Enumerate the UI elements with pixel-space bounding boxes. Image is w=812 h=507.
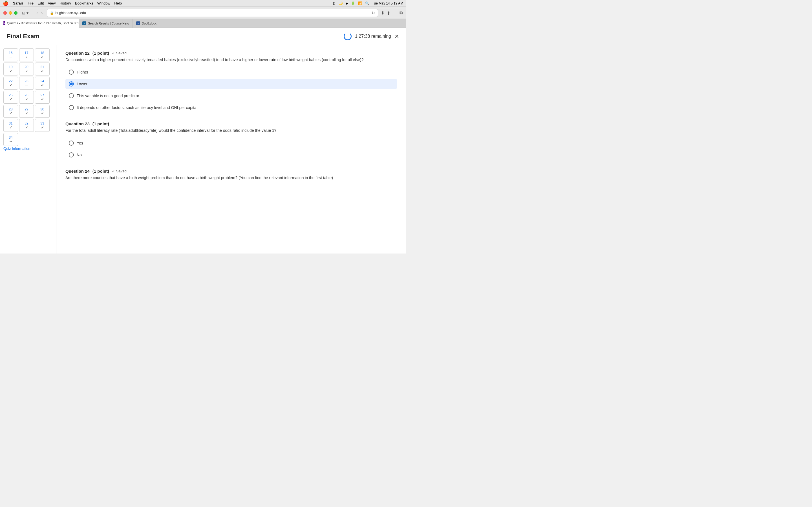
q-item-24[interactable]: 24 ✓	[35, 76, 50, 90]
q-item-34[interactable]: 34 --	[3, 133, 18, 146]
app-name[interactable]: Safari	[13, 1, 23, 5]
q22-radio-notpredictor[interactable]	[69, 93, 74, 98]
q-item-16[interactable]: 16 --	[3, 48, 18, 61]
nyu-favicon: N	[3, 21, 5, 25]
q22-points: (1 point)	[93, 51, 109, 55]
q-item-20[interactable]: 20 ✓	[19, 62, 34, 75]
menu-history[interactable]: History	[59, 1, 71, 5]
q-item-22[interactable]: 22 ✓	[3, 76, 18, 90]
q-item-32[interactable]: 32 ✓	[19, 119, 34, 132]
q22-option-notpredictor[interactable]: This variable is not a good predictor	[65, 91, 397, 101]
ch-favicon: ✶	[82, 21, 86, 25]
toolbar-right: ⬇ ⬆ ＋ ⧉	[381, 10, 403, 16]
menu-help[interactable]: Help	[114, 1, 122, 5]
q-item-23[interactable]: 23 --	[19, 76, 34, 90]
url-text: brightspace.nyu.edu	[56, 11, 86, 15]
q22-radio-lower[interactable]	[69, 81, 74, 87]
q-item-28[interactable]: 28 ✓	[3, 105, 18, 118]
search-icon[interactable]: 🔍	[365, 1, 369, 5]
tab-doc-label: Doc8.docx	[142, 22, 156, 25]
q23-radio-no[interactable]	[69, 152, 74, 158]
traffic-lights	[3, 11, 17, 15]
menu-bookmarks[interactable]: Bookmarks	[75, 1, 93, 5]
close-window-button[interactable]	[3, 11, 7, 15]
exam-header: Final Exam 1:27:38 remaining ✕	[0, 28, 406, 45]
q-item-25[interactable]: 25 ✓	[3, 91, 18, 104]
clock: Tue May 14 5:19 AM	[372, 1, 403, 5]
q-item-30[interactable]: 30 ✓	[35, 105, 50, 118]
q-item-27[interactable]: 27 ✓	[35, 91, 50, 104]
menu-bar-right: 🎛 🌙 ▶ 🔋 📶 🔍 Tue May 14 5:19 AM	[333, 1, 403, 5]
q-item-21[interactable]: 21 ✓	[35, 62, 50, 75]
question-23-title: Question 23 (1 point)	[65, 121, 397, 126]
menu-edit[interactable]: Edit	[38, 1, 44, 5]
page-content: Final Exam 1:27:38 remaining ✕ 16 --	[0, 28, 406, 253]
menu-window[interactable]: Window	[97, 1, 110, 5]
dnd-icon[interactable]: 🌙	[339, 1, 343, 5]
question-grid: 16 -- 17 ✓ 18 ✓	[3, 48, 53, 146]
q24-text: Are there more counties that have a birt…	[65, 175, 397, 181]
menu-view[interactable]: View	[48, 1, 56, 5]
reload-button[interactable]: ↻	[371, 11, 375, 15]
control-center-icon[interactable]: 🎛	[333, 1, 336, 5]
q23-options: Yes No	[65, 138, 397, 160]
close-exam-button[interactable]: ✕	[395, 33, 399, 40]
questions-area: Question 22 (1 point) ✓ Saved Do countri…	[56, 45, 406, 253]
now-playing-icon[interactable]: ▶	[346, 1, 348, 5]
q-item-29[interactable]: 29 ✓	[19, 105, 34, 118]
q-row-6: 31 ✓ 32 ✓ 33 ✓	[3, 119, 53, 132]
q-row-3: 22 ✓ 23 -- 24 ✓	[3, 76, 53, 90]
tab-ch-label: Search Results | Course Hero	[88, 22, 129, 25]
q22-text: Do countries with a higher percent exclu…	[65, 57, 397, 63]
tabs-overview-button[interactable]: ⧉	[400, 10, 403, 15]
q22-option-higher[interactable]: Higher	[65, 67, 397, 77]
timer-spinner	[344, 33, 352, 40]
question-24-title: Question 24 (1 point) ✓ Saved	[65, 169, 397, 173]
menu-items: File Edit View History Bookmarks Window …	[28, 1, 122, 5]
q24-label: Question 24	[65, 169, 90, 173]
tab-course-hero[interactable]: ✶ Search Results | Course Hero	[79, 19, 133, 27]
tab-nyu-quizzes[interactable]: N Quizzes - Biostatistics for Public Hea…	[0, 19, 79, 28]
tab-nyu-label: Quizzes - Biostatistics for Public Healt…	[7, 21, 79, 25]
share-button[interactable]: ⬆	[387, 10, 391, 16]
q23-option-no[interactable]: No	[65, 150, 397, 160]
q-item-17[interactable]: 17 ✓	[19, 48, 34, 61]
tabs-bar: N Quizzes - Biostatistics for Public Hea…	[0, 19, 406, 28]
new-tab-button[interactable]: ＋	[393, 10, 397, 16]
download-button[interactable]: ⬇	[381, 10, 385, 16]
apple-menu[interactable]: 🍎	[3, 1, 8, 6]
quiz-information-link[interactable]: Quiz Information	[3, 147, 30, 151]
fullscreen-button[interactable]	[14, 11, 17, 15]
q-item-18[interactable]: 18 ✓	[35, 48, 50, 61]
q22-radio-lower-fill	[70, 82, 73, 86]
q-row-2: 19 ✓ 20 ✓ 21 ✓	[3, 62, 53, 75]
q23-points: (1 point)	[93, 121, 109, 126]
q-item-26[interactable]: 26 ✓	[19, 91, 34, 104]
q22-radio-higher[interactable]	[69, 69, 74, 75]
main-area: 16 -- 17 ✓ 18 ✓	[0, 45, 406, 253]
menu-file[interactable]: File	[28, 1, 34, 5]
back-button[interactable]: ‹	[35, 10, 39, 15]
doc-favicon: ✶	[136, 21, 140, 25]
q22-saved-badge: ✓ Saved	[112, 51, 126, 55]
minimize-window-button[interactable]	[9, 11, 12, 15]
sidebar-toggle-button[interactable]: ⊡ ▾	[20, 10, 30, 16]
menu-bar: 🍎 Safari File Edit View History Bookmark…	[0, 0, 406, 7]
q-row-7: 34 --	[3, 133, 53, 146]
tab-doc8[interactable]: ✶ Doc8.docx	[133, 19, 160, 27]
forward-button[interactable]: ›	[40, 10, 44, 15]
question-24-block: Question 24 (1 point) ✓ Saved Are there …	[65, 169, 397, 181]
q23-option-yes[interactable]: Yes	[65, 138, 397, 148]
q22-option-lower[interactable]: Lower	[65, 79, 397, 89]
address-bar[interactable]: 🔒 brightspace.nyu.edu ↻	[47, 9, 378, 17]
question-22-title: Question 22 (1 point) ✓ Saved	[65, 51, 397, 55]
q23-radio-yes[interactable]	[69, 140, 74, 146]
q24-points: (1 point)	[93, 169, 109, 173]
q22-radio-depends[interactable]	[69, 105, 74, 110]
q22-option-depends[interactable]: It depends on other factors, such as lit…	[65, 103, 397, 112]
question-22-block: Question 22 (1 point) ✓ Saved Do countri…	[65, 51, 397, 112]
q-item-31[interactable]: 31 ✓	[3, 119, 18, 132]
question-23-block: Question 23 (1 point) For the total adul…	[65, 121, 397, 159]
q-item-33[interactable]: 33 ✓	[35, 119, 50, 132]
q-item-19[interactable]: 19 ✓	[3, 62, 18, 75]
